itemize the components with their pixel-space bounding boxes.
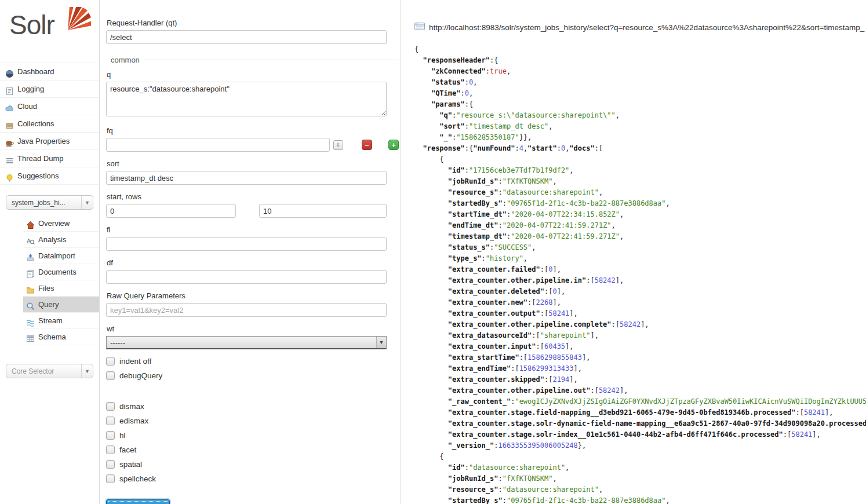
json-response: { "responseHeader":{ "zkConnected":true,… bbox=[414, 44, 866, 504]
sidebar-item-thread-dump[interactable]: Thread Dump bbox=[0, 150, 99, 167]
edismax-checkbox[interactable] bbox=[106, 417, 115, 425]
rows-input[interactable] bbox=[259, 204, 387, 218]
core-item-analysis[interactable]: A Analysis bbox=[23, 232, 99, 248]
sidebar-item-dashboard[interactable]: Dashboard bbox=[0, 63, 99, 81]
df-input[interactable] bbox=[106, 270, 387, 284]
core-item-overview[interactable]: Overview bbox=[23, 216, 99, 232]
chevron-down-icon: ▼ bbox=[81, 196, 93, 209]
sidebar-item-java-properties[interactable]: Java Properties bbox=[0, 133, 99, 150]
sidebar-item-label: Logging bbox=[17, 85, 44, 93]
core-item-query[interactable]: Query bbox=[23, 297, 99, 313]
fq-remove-button[interactable]: − bbox=[362, 140, 372, 150]
sidebar-item-label: Suggestions bbox=[17, 171, 59, 180]
solr-logo: Solr bbox=[0, 0, 99, 58]
analysis-icon: A bbox=[26, 235, 35, 244]
sidebar-item-logging[interactable]: Logging bbox=[0, 81, 99, 98]
java-properties-icon bbox=[5, 137, 14, 145]
sidebar-item-label: Dashboard bbox=[17, 67, 54, 76]
indent-off-label: indent off bbox=[119, 357, 151, 366]
overview-icon bbox=[26, 219, 35, 228]
chevron-down-icon: ▼ bbox=[376, 337, 386, 348]
sidebar-item-suggestions[interactable]: Suggestions bbox=[0, 167, 99, 185]
sidebar-item-label: Java Properties bbox=[17, 137, 70, 145]
wt-select[interactable]: ------ ▼ bbox=[106, 336, 387, 349]
core-item-label: Documents bbox=[38, 268, 77, 276]
core-item-label: Files bbox=[38, 284, 54, 293]
wt-selected-value: ------ bbox=[110, 338, 125, 347]
execute-query-button[interactable]: Execute Query bbox=[106, 499, 170, 504]
core-item-label: Dataimport bbox=[38, 251, 75, 260]
raw-query-params-input[interactable] bbox=[106, 303, 387, 317]
solr-logo-text: Solr bbox=[9, 10, 54, 40]
result-url-link[interactable]: http://localhost:8983/solr/system_jobs_h… bbox=[429, 23, 864, 32]
indent-off-row: indent off bbox=[106, 357, 399, 366]
solr-sunburst-icon bbox=[64, 7, 91, 35]
core-nav: Overview A Analysis Dataimport Documents bbox=[0, 216, 99, 345]
cloud-icon bbox=[5, 102, 14, 111]
core-selector-dropdown[interactable]: Core Selector ▼ bbox=[6, 364, 93, 378]
spatial-label: spatial bbox=[119, 460, 142, 469]
chevron-down-icon: ▼ bbox=[81, 364, 93, 378]
facet-row: facet bbox=[106, 445, 386, 454]
dismax-row: dismax bbox=[106, 402, 386, 411]
q-textarea[interactable]: resource_s:"datasource:sharepoint" bbox=[106, 82, 387, 116]
core-selector-value: Core Selector bbox=[12, 367, 54, 375]
core-item-dataimport[interactable]: Dataimport bbox=[23, 248, 99, 264]
raw-query-params-label: Raw Query Parameters bbox=[107, 291, 399, 300]
core-item-files[interactable]: Files bbox=[23, 280, 99, 297]
schema-icon bbox=[26, 333, 35, 341]
core-item-label: Stream bbox=[38, 316, 63, 325]
df-label: df bbox=[107, 258, 399, 267]
request-handler-input[interactable] bbox=[106, 30, 387, 44]
sidebar-item-label: Cloud bbox=[17, 102, 37, 111]
common-fieldset: common q resource_s:"datasource:sharepoi… bbox=[106, 56, 399, 386]
dismax-checkbox[interactable] bbox=[106, 402, 115, 411]
logging-icon bbox=[5, 85, 14, 93]
suggestions-icon bbox=[5, 171, 14, 180]
fl-input[interactable] bbox=[106, 237, 387, 251]
fq-add-button[interactable]: + bbox=[388, 140, 399, 150]
query-form: Request-Handler (qt) common q resource_s… bbox=[100, 0, 401, 504]
facet-checkbox[interactable] bbox=[106, 445, 115, 454]
fq-label: fq bbox=[107, 126, 399, 135]
documents-icon bbox=[26, 268, 35, 276]
query-icon bbox=[26, 300, 35, 309]
main-nav: Dashboard Logging Cloud Collections bbox=[0, 63, 99, 185]
hl-label: hl bbox=[119, 431, 126, 440]
sidebar: Solr Dashboard bbox=[0, 0, 100, 504]
hl-checkbox[interactable] bbox=[106, 431, 115, 440]
start-rows-label: start, rows bbox=[107, 192, 399, 201]
core-item-stream[interactable]: Stream bbox=[23, 313, 99, 329]
debug-query-checkbox[interactable] bbox=[106, 371, 115, 380]
dataimport-icon bbox=[26, 251, 35, 260]
files-icon bbox=[26, 284, 35, 293]
core-item-documents[interactable]: Documents bbox=[23, 264, 99, 280]
spellcheck-label: spellcheck bbox=[119, 474, 156, 483]
core-item-label: Query bbox=[38, 300, 59, 309]
fq-input[interactable] bbox=[106, 138, 330, 152]
core-item-label: Overview bbox=[38, 219, 70, 228]
start-input[interactable] bbox=[106, 204, 236, 218]
fq-expand-button[interactable]: ⇳ bbox=[333, 140, 343, 150]
core-item-label: Analysis bbox=[38, 235, 66, 244]
fl-label: fl bbox=[107, 225, 399, 234]
sidebar-item-cloud[interactable]: Cloud bbox=[0, 98, 99, 115]
spatial-checkbox[interactable] bbox=[106, 460, 115, 469]
edismax-row: edismax bbox=[106, 417, 386, 425]
facet-label: facet bbox=[119, 445, 136, 454]
sort-input[interactable] bbox=[106, 171, 387, 185]
debug-query-row: debugQuery bbox=[106, 371, 399, 380]
spellcheck-checkbox[interactable] bbox=[106, 474, 115, 483]
indent-off-checkbox[interactable] bbox=[106, 357, 115, 366]
core-dropdown[interactable]: system_jobs_hi... ▼ bbox=[6, 195, 93, 210]
thread-dump-icon bbox=[5, 154, 14, 163]
query-result: http://localhost:8983/solr/system_jobs_h… bbox=[401, 0, 866, 504]
wt-label: wt bbox=[107, 324, 399, 333]
hl-row: hl bbox=[106, 431, 386, 440]
sidebar-item-collections[interactable]: Collections bbox=[0, 115, 99, 133]
sidebar-item-label: Thread Dump bbox=[17, 154, 63, 163]
dismax-label: dismax bbox=[119, 402, 144, 411]
request-handler-label: Request-Handler (qt) bbox=[107, 19, 386, 27]
core-item-schema[interactable]: Schema bbox=[23, 329, 99, 345]
debug-query-label: debugQuery bbox=[119, 371, 162, 380]
